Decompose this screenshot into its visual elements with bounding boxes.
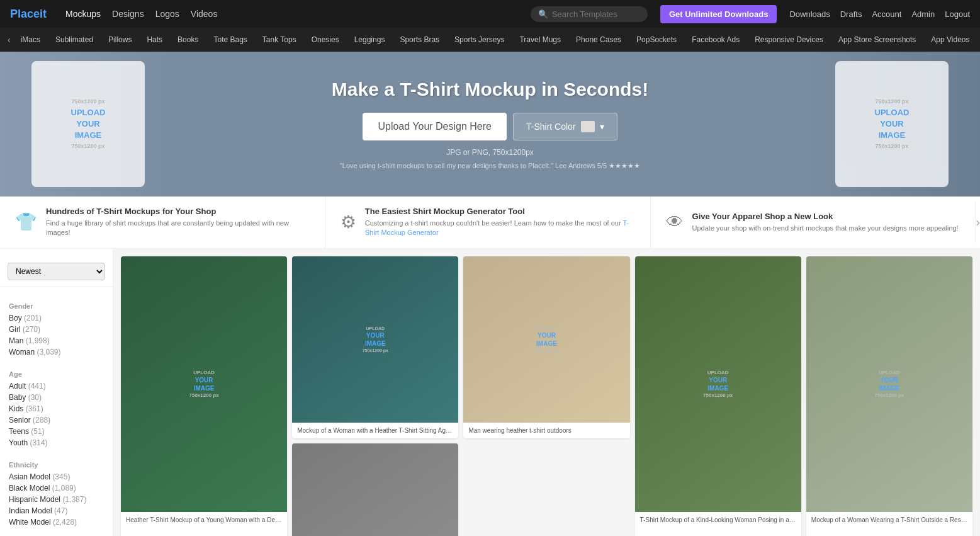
nav-mockups[interactable]: Mockups <box>65 9 101 19</box>
grid-item-below2[interactable]: UPLOAD YOURIMAGE 750x1200 px Man wearing… <box>463 256 629 438</box>
shirt-overlay-5: UPLOAD YOURIMAGE 750x1200 px <box>292 443 458 536</box>
upload-button[interactable]: Upload Your Design Here <box>363 113 507 140</box>
info-next-arrow[interactable]: › <box>976 215 980 229</box>
nav-admin[interactable]: Admin <box>911 9 935 19</box>
filter-adult[interactable]: Adult (441) <box>9 380 104 392</box>
filter-girl[interactable]: Girl (270) <box>9 324 104 335</box>
search-box: 🔍 <box>531 6 648 22</box>
nav-drafts[interactable]: Drafts <box>840 9 862 19</box>
search-input[interactable] <box>552 9 640 19</box>
age-label: Age <box>9 370 104 378</box>
info-text-3: Give Your Apparel Shop a New Look Update… <box>692 212 959 233</box>
filter-teens[interactable]: Teens (51) <box>9 426 104 437</box>
shirt-icon: 👕 <box>15 212 37 232</box>
info-item-3: 👁 Give Your Apparel Shop a New Look Upda… <box>651 202 976 243</box>
cat-travel-mugs[interactable]: Travel Mugs <box>512 28 568 52</box>
generator-link[interactable]: T-Shirt Mockup Generator <box>365 219 629 236</box>
filter-black[interactable]: Black Model (1,089) <box>9 482 104 494</box>
filter-kids[interactable]: Kids (361) <box>9 403 104 414</box>
filter-woman[interactable]: Woman (3,039) <box>9 346 104 358</box>
main-nav-links: Mockups Designs Logos Videos <box>65 9 217 19</box>
grid-item-5[interactable]: UPLOAD YOURIMAGE 750x1200 px Heathered T… <box>292 443 458 536</box>
cat-books[interactable]: Books <box>170 28 206 52</box>
cat-prev-arrow[interactable]: ‹ <box>5 35 13 45</box>
hero-actions: Upload Your Design Here T-Shirt Color ▾ <box>332 113 648 140</box>
cat-imacs[interactable]: iMacs <box>13 28 48 52</box>
filter-boy[interactable]: Boy (201) <box>9 312 104 324</box>
cta-button[interactable]: Get Unlimited Downloads <box>660 5 777 23</box>
nav-logos[interactable]: Logos <box>155 9 179 19</box>
filter-man[interactable]: Man (1,998) <box>9 335 104 346</box>
filter-asian[interactable]: Asian Model (345) <box>9 471 104 482</box>
grid-item-1[interactable]: UPLOAD YOURIMAGE 750x1200 px Heather T-S… <box>121 256 287 536</box>
category-items: iMacs Sublimated Pillows Hats Books Tote… <box>13 28 980 52</box>
nav-account[interactable]: Account <box>872 9 901 19</box>
logo[interactable]: Placeit <box>10 8 47 21</box>
cat-sports-bras[interactable]: Sports Bras <box>392 28 447 52</box>
filter-youth[interactable]: Youth (314) <box>9 437 104 448</box>
info-desc-3: Update your shop with on-trend shirt moc… <box>692 224 959 233</box>
grid-caption-1: Heather T-Shirt Mockup of a Young Woman … <box>121 512 287 528</box>
color-dropdown-icon[interactable]: ▾ <box>600 122 604 132</box>
filter-hispanic[interactable]: Hispanic Model (1,387) <box>9 494 104 505</box>
grid-img-below2: UPLOAD YOURIMAGE 750x1200 px <box>463 256 629 423</box>
cat-pillows[interactable]: Pillows <box>101 28 139 52</box>
tags-filter: Tags 24oz (10) 4th of July (42) 5x7 (8) <box>0 532 113 536</box>
cat-app-videos[interactable]: App Videos <box>923 28 977 52</box>
grid-caption-3: T-Shirt Mockup of a Kind-Looking Woman P… <box>635 512 801 528</box>
color-swatch[interactable] <box>581 121 595 132</box>
nav-logout[interactable]: Logout <box>945 9 970 19</box>
shirt-overlay-below2: UPLOAD YOURIMAGE 750x1200 px <box>463 256 629 423</box>
nav-designs[interactable]: Designs <box>112 9 144 19</box>
filter-white[interactable]: White Model (2,428) <box>9 516 104 528</box>
grid-item-2[interactable]: UPLOAD YOURIMAGE 750x1200 px Mockup of a… <box>292 256 458 438</box>
sort-container: Newest Popular Oldest <box>0 256 113 287</box>
cat-sports-jerseys[interactable]: Sports Jerseys <box>447 28 512 52</box>
info-text-2: The Easiest Shirt Mockup Generator Tool … <box>365 207 635 238</box>
cat-android[interactable]: Android Devices <box>977 28 980 52</box>
cat-popsockets[interactable]: PopSockets <box>629 28 684 52</box>
filter-indian[interactable]: Indian Model (47) <box>9 505 104 516</box>
ethnicity-filter: Ethnicity Asian Model (345) Black Model … <box>0 452 113 532</box>
cat-leggings[interactable]: Leggings <box>347 28 393 52</box>
shirt-overlay-2: UPLOAD YOURIMAGE 750x1200 px <box>292 256 458 423</box>
cat-tank-tops[interactable]: Tank Tops <box>255 28 304 52</box>
grid-img-1: UPLOAD YOURIMAGE 750x1200 px <box>121 256 287 512</box>
cat-facebook-ads[interactable]: Facebook Ads <box>684 28 747 52</box>
hero-banner: 750x1200 px UPLOADYOURIMAGE 750x1200 px … <box>0 52 980 197</box>
cat-hats[interactable]: Hats <box>139 28 170 52</box>
nav-videos[interactable]: Videos <box>191 9 218 19</box>
cat-phone-cases[interactable]: Phone Cases <box>568 28 629 52</box>
grid-item-4[interactable]: UPLOAD YOURIMAGE 750x1200 px Mockup of a… <box>806 256 972 536</box>
filter-baby[interactable]: Baby (30) <box>9 392 104 403</box>
sort-select[interactable]: Newest Popular Oldest <box>8 263 105 280</box>
cat-sublimated[interactable]: Sublimated <box>48 28 101 52</box>
logo-place: Place <box>10 8 40 20</box>
main-layout: Newest Popular Oldest Gender Boy (201) G… <box>0 249 980 536</box>
cat-app-store[interactable]: App Store Screenshots <box>831 28 923 52</box>
hero-title: Make a T-Shirt Mockup in Seconds! <box>332 79 648 100</box>
color-label: T-Shirt Color <box>526 122 576 132</box>
info-desc-1: Find a huge library of shirt mockups tha… <box>46 219 310 238</box>
top-nav: Placeit Mockups Designs Logos Videos 🔍 G… <box>0 0 980 28</box>
info-title-2: The Easiest Shirt Mockup Generator Tool <box>365 207 635 216</box>
nav-right-links: Downloads Drafts Account Admin Logout <box>789 9 970 19</box>
cat-onesies[interactable]: Onesies <box>304 28 347 52</box>
category-bar: ‹ iMacs Sublimated Pillows Hats Books To… <box>0 28 980 52</box>
hero-content: Make a T-Shirt Mockup in Seconds! Upload… <box>332 79 648 170</box>
hero-quote: "Love using t-shirt mockups to sell my n… <box>332 162 648 170</box>
shirt-overlay-4: UPLOAD YOURIMAGE 750x1200 px <box>806 256 972 512</box>
grid-item-3[interactable]: UPLOAD YOURIMAGE 750x1200 px T-Shirt Moc… <box>635 256 801 536</box>
info-item-2: ⚙ The Easiest Shirt Mockup Generator Too… <box>325 197 651 248</box>
grid-caption-below2: Man wearing heather t-shirt outdoors <box>463 423 629 438</box>
logo-it: it <box>40 8 47 20</box>
mockup-grid: UPLOAD YOURIMAGE 750x1200 px Heather T-S… <box>121 256 972 536</box>
cat-tote-bags[interactable]: Tote Bags <box>206 28 254 52</box>
hero-shirt-right: 750x1200 px UPLOADYOURIMAGE 750x1200 px <box>804 52 980 197</box>
right-shirt-mockup: 750x1200 px UPLOADYOURIMAGE 750x1200 px <box>835 61 949 187</box>
shirt-overlay-1: UPLOAD YOURIMAGE 750x1200 px <box>121 256 287 512</box>
color-picker-button[interactable]: T-Shirt Color ▾ <box>513 113 617 140</box>
filter-senior[interactable]: Senior (288) <box>9 414 104 426</box>
cat-responsive-devices[interactable]: Responsive Devices <box>747 28 831 52</box>
nav-downloads[interactable]: Downloads <box>789 9 830 19</box>
